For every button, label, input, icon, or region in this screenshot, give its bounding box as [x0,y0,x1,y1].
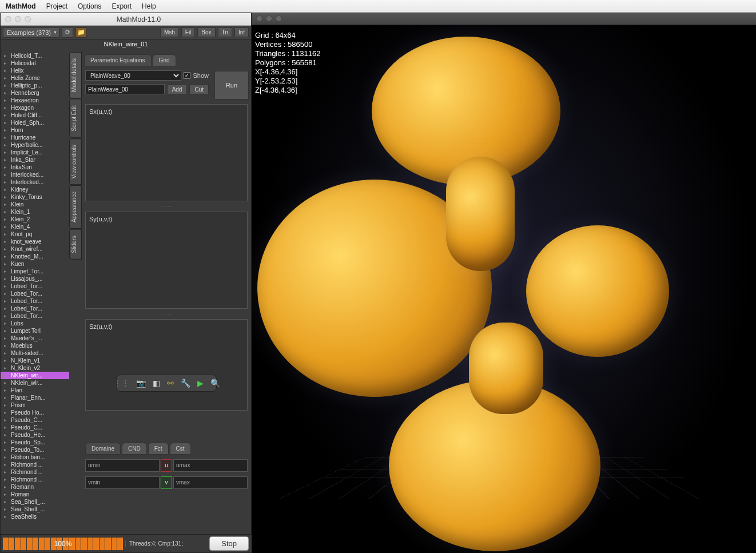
list-item[interactable]: Ribbon ben... [1,453,69,461]
list-item[interactable]: Richmond ... [1,476,69,483]
tab-view-controls[interactable]: View controls [69,138,82,185]
sz-equation-block[interactable]: Sz(u,v,t) [85,319,248,411]
list-item[interactable]: InkaSun [1,164,69,171]
list-item[interactable]: Lissajous_... [1,275,69,283]
menu-project[interactable]: Project [46,2,67,10]
list-item[interactable]: Planar_Enn... [1,394,69,401]
list-item[interactable]: Kuen [1,260,69,268]
menu-help[interactable]: Help [142,2,156,10]
list-item[interactable]: Pseudo Ho... [1,409,69,416]
run-button[interactable]: Run [214,71,249,100]
component-combo[interactable]: PlainWeave_00 [85,70,181,81]
list-item[interactable]: Sea_Shell_... [1,498,69,506]
list-item[interactable]: NKlein_wir... [1,379,69,387]
show-checkbox[interactable]: ✓ [184,72,190,79]
list-item[interactable]: Helliptic_p... [1,82,69,89]
link-icon[interactable]: ⚯ [167,379,174,388]
list-item[interactable]: Interlocked... [1,171,69,178]
list-item[interactable]: Pseudo_To... [1,446,69,453]
list-item[interactable]: N_Klein_v2 [1,364,69,372]
tab-cst[interactable]: Cst [170,443,191,455]
list-item[interactable]: Hexagon [1,104,69,112]
list-item[interactable]: Lobed_Tor... [1,305,69,312]
list-item[interactable]: Sea_Shell_... [1,506,69,513]
list-item[interactable]: Pseudo_C... [1,416,69,424]
sy-equation-block[interactable]: Sy(u,v,t) [85,212,248,309]
list-item[interactable]: Interlocked... [1,178,69,186]
list-item[interactable]: Implicit_Le... [1,149,69,156]
list-item[interactable]: Horn [1,126,69,134]
list-item[interactable]: Lumpet Tori [1,327,69,335]
list-item[interactable]: Lobed_Tor... [1,290,69,297]
list-item[interactable]: Plan [1,387,69,394]
list-item[interactable]: Hexaedron [1,97,69,104]
tab-cnd[interactable]: CND [122,443,147,455]
list-item[interactable]: Inka_Star [1,156,69,164]
tab-appearance[interactable]: Appearance [69,185,82,229]
list-item[interactable]: Henneberg [1,89,69,97]
viewport-traffic-lights[interactable] [256,15,282,22]
u-badge[interactable]: u [161,459,172,472]
list-item[interactable]: Klein_1 [1,208,69,216]
refresh-icon[interactable]: ⟳ [62,27,73,38]
list-item[interactable]: Kinky_Torus [1,193,69,201]
list-item[interactable]: Pseudo_He... [1,431,69,439]
list-item[interactable]: Kidney [1,186,69,193]
list-item[interactable]: Pseudo_Sp... [1,439,69,446]
list-item[interactable]: Maeder's_... [1,335,69,342]
cut-button[interactable]: Cut [189,85,209,94]
component-name-input[interactable] [85,84,165,94]
list-item[interactable]: Helicoid_T... [1,52,69,59]
fil-button[interactable]: Fil [181,27,196,37]
splitter-handle[interactable]: ····· [82,204,251,209]
list-item[interactable]: Richmond ... [1,461,69,468]
list-item[interactable]: Knotted_M... [1,253,69,260]
inf-button[interactable]: Inf [234,27,249,37]
wrench-icon[interactable]: 🔧 [181,379,190,388]
tab-domaine[interactable]: Domaine [85,443,121,455]
tab-parametric-equations[interactable]: Parametric Equations [84,54,152,66]
list-item[interactable]: Moebius [1,342,69,349]
list-item[interactable]: Helix [1,67,69,74]
menu-options[interactable]: Options [78,2,101,10]
list-item[interactable]: N_Klein_v1 [1,357,69,364]
umin-field[interactable]: umin [85,459,160,472]
examples-list[interactable]: Helicoid_T...HelicoidalHelixHelix ZomeHe… [1,52,69,531]
grip-icon[interactable]: ⋮⋮ [113,379,129,388]
list-item[interactable]: Klein_2 [1,216,69,223]
tab-sliders[interactable]: Sliders [69,229,82,260]
window-traffic-lights[interactable] [5,16,31,22]
list-item[interactable]: Limpet_Tor... [1,268,69,275]
list-item[interactable]: Holed Cliff... [1,112,69,119]
splitter-handle[interactable]: ····· [82,311,251,317]
tab-fct[interactable]: Fct [148,443,169,455]
list-item[interactable]: Lobed_Tor... [1,283,69,290]
list-item[interactable]: Prism [1,401,69,409]
list-item[interactable]: Lobs [1,320,69,327]
vmax-field[interactable]: vmax [173,476,248,489]
list-item[interactable]: Lobed_Tor... [1,297,69,305]
vmin-field[interactable]: vmin [85,476,160,489]
tri-button[interactable]: Tri [218,27,232,37]
list-item[interactable]: Multi-sided... [1,349,69,357]
list-item[interactable]: SeaShells [1,513,69,520]
tab-script-edit[interactable]: Script Edit [69,99,82,138]
camera-icon[interactable]: 📷 [136,379,146,388]
list-item[interactable]: Lobed_Tor... [1,312,69,320]
add-button[interactable]: Add [167,85,188,94]
list-item[interactable]: Klein [1,201,69,208]
list-item[interactable]: Hyperbolic... [1,141,69,149]
list-item[interactable]: Helix Zome [1,74,69,82]
opengl-viewport[interactable] [252,25,756,553]
stop-button[interactable]: Stop [209,536,249,551]
list-item[interactable]: Holed_Sph... [1,119,69,126]
v-badge[interactable]: v [161,476,172,489]
list-item[interactable]: Knot_pq [1,230,69,238]
list-item[interactable]: Helicoidal [1,59,69,67]
sx-equation-block[interactable]: Sx(u,v,t) [85,104,248,201]
list-item[interactable]: Knot_wiref... [1,245,69,253]
examples-dropdown[interactable]: Examples (373) [3,27,59,38]
tab-model-details[interactable]: Model details [69,52,82,98]
menu-app[interactable]: MathMod [6,2,36,10]
list-item[interactable]: Klein_4 [1,223,69,230]
